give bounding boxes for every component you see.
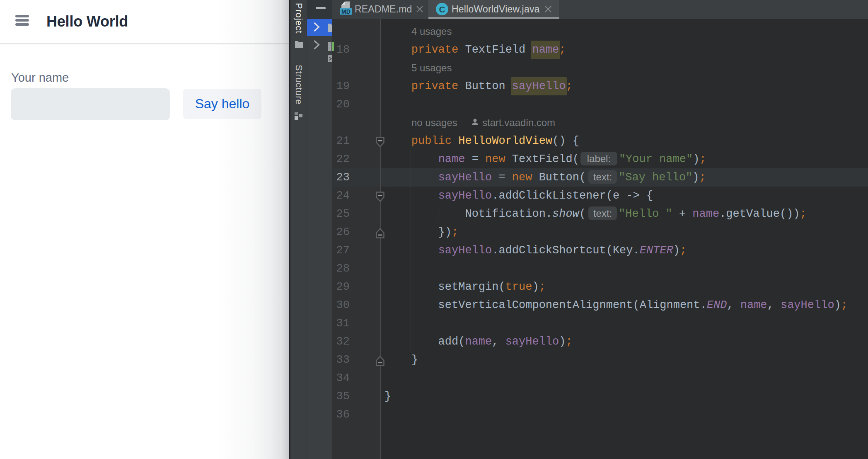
svg-text:MD: MD xyxy=(341,8,351,15)
svg-text:C: C xyxy=(439,5,445,14)
